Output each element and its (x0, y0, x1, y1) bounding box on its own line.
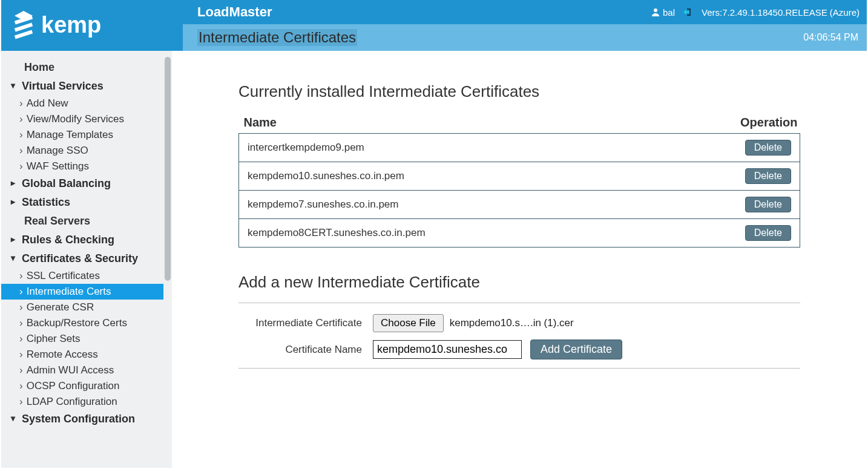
col-name: Name (239, 112, 728, 134)
nav-ssl-certs[interactable]: SSL Certificates (1, 268, 172, 284)
nav-cipher-sets[interactable]: Cipher Sets (1, 331, 172, 347)
cert-name: kempdemo8CERT.suneshes.co.in.pem (239, 219, 728, 248)
nav-backup-restore[interactable]: Backup/Restore Certs (1, 315, 172, 331)
table-row: kempdemo8CERT.suneshes.co.in.pem Delete (239, 219, 800, 248)
nav-remote-access[interactable]: Remote Access (1, 347, 172, 362)
nav-system-configuration[interactable]: System Configuration (1, 410, 172, 428)
delete-button[interactable]: Delete (745, 197, 791, 212)
table-row: kempdemo7.suneshes.co.in.pem Delete (239, 191, 800, 219)
nav-certs-security[interactable]: Certificates & Security (1, 249, 172, 268)
version-string: Vers:7.2.49.1.18450.RELEASE (Azure) (702, 7, 860, 18)
nav-ocsp[interactable]: OCSP Configuration (1, 378, 172, 394)
sidebar: Home Virtual Services Add New View/Modif… (1, 51, 172, 468)
label-cert-name: Certificate Name (238, 344, 373, 356)
main-content: Currently installed Intermediate Certifi… (172, 51, 867, 468)
nav-generate-csr[interactable]: Generate CSR (1, 300, 172, 315)
installed-certs-heading: Currently installed Intermediate Certifi… (238, 82, 800, 101)
nav-vs-sso[interactable]: Manage SSO (1, 143, 172, 159)
nav-virtual-services[interactable]: Virtual Services (1, 77, 172, 96)
nav-global-balancing[interactable]: Global Balancing (1, 174, 172, 193)
cert-name: kempdemo7.suneshes.co.in.pem (239, 191, 728, 219)
label-intermediate-cert: Intermediate Certificate (238, 317, 373, 329)
divider (238, 368, 800, 369)
cert-name-input[interactable] (373, 340, 522, 359)
nav-vs-viewmodify[interactable]: View/Modify Services (1, 111, 172, 127)
divider (238, 303, 800, 303)
nav-vs-addnew[interactable]: Add New (1, 96, 172, 111)
chosen-file-name: kempdemo10.s….in (1).cer (450, 317, 574, 329)
nav-ldap[interactable]: LDAP Configuration (1, 394, 172, 410)
nav-intermediate-certs[interactable]: Intermediate Certs (1, 284, 172, 300)
table-row: intercertkempdemo9.pem Delete (239, 134, 800, 162)
svg-text:kemp: kemp (41, 12, 101, 38)
user-indicator: bal (651, 7, 675, 18)
col-operation: Operation (728, 112, 800, 134)
nav-real-servers[interactable]: Real Servers (1, 212, 172, 231)
product-name: LoadMaster (197, 4, 272, 20)
clock: 04:06:54 PM (803, 32, 858, 43)
svg-rect-1 (15, 23, 33, 32)
nav-statistics[interactable]: Statistics (1, 193, 172, 212)
svg-rect-2 (15, 30, 33, 39)
certificates-table: Name Operation intercertkempdemo9.pem De… (238, 112, 800, 248)
delete-button[interactable]: Delete (745, 225, 791, 241)
table-row: kempdemo10.suneshes.co.in.pem Delete (239, 162, 800, 191)
delete-button[interactable]: Delete (745, 168, 791, 184)
brand-logo: kemp (1, 0, 183, 51)
cert-name: intercertkempdemo9.pem (239, 134, 728, 162)
logout-icon[interactable] (683, 7, 693, 17)
add-certificate-button[interactable]: Add Certificate (530, 339, 622, 359)
nav-vs-templates[interactable]: Manage Templates (1, 127, 172, 143)
page-title: Intermediate Certificates (197, 29, 357, 46)
nav-rules-checking[interactable]: Rules & Checking (1, 231, 172, 249)
nav-admin-wui[interactable]: Admin WUI Access (1, 362, 172, 378)
delete-button[interactable]: Delete (745, 140, 791, 156)
cert-name: kempdemo10.suneshes.co.in.pem (239, 162, 728, 191)
choose-file-button[interactable]: Choose File (373, 314, 444, 332)
sidebar-scrollbar[interactable] (163, 54, 172, 466)
add-cert-heading: Add a new Intermediate Certificate (238, 273, 800, 292)
svg-point-5 (654, 8, 657, 12)
username: bal (663, 7, 675, 18)
nav-vs-waf[interactable]: WAF Settings (1, 159, 172, 174)
nav-home[interactable]: Home (1, 58, 172, 77)
